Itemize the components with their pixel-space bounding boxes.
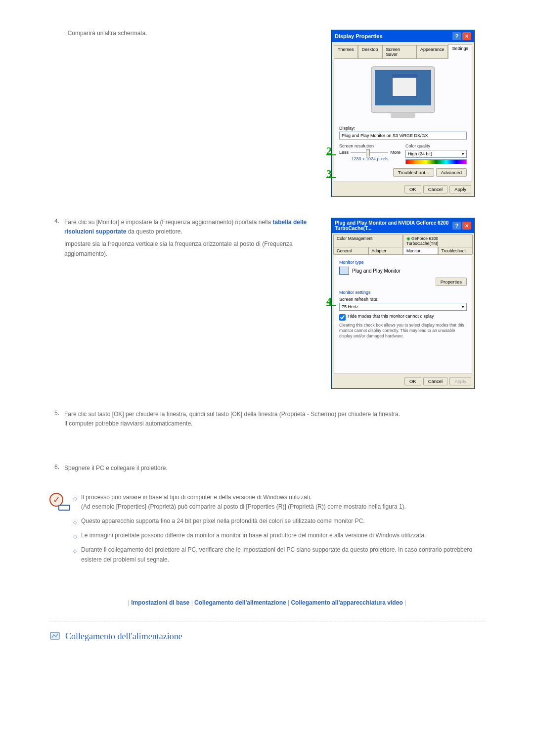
slider-more-label: More xyxy=(390,150,400,155)
hide-modes-checkbox[interactable] xyxy=(339,314,346,321)
color-quality-label: Color quality xyxy=(405,143,467,148)
note1-line2: (Ad esempio [Properties] (Proprietà) può… xyxy=(81,502,406,512)
hide-modes-description: Clearing this check box allows you to se… xyxy=(339,323,467,339)
apply-button[interactable]: Apply xyxy=(449,185,471,193)
close-icon[interactable]: × xyxy=(462,222,471,230)
tab-desktop[interactable]: Desktop xyxy=(358,45,382,58)
diamond-bullet-icon: ◇ xyxy=(73,533,77,537)
dialog-title-text: Display Properties xyxy=(335,33,383,39)
note2: Questo apparecchio supporta fino a 24 bi… xyxy=(81,517,365,526)
diamond-bullet-icon: ◇ xyxy=(73,495,77,499)
link-impostazioni-base[interactable]: Impostazioni di base xyxy=(131,599,189,606)
ok-button[interactable]: OK xyxy=(404,185,421,193)
monitor-settings-label: Monitor settings xyxy=(339,290,467,295)
callout-4: 4 xyxy=(326,295,332,308)
section-header: Collegamento dell'alimentazione xyxy=(49,631,485,642)
ok-button[interactable]: OK xyxy=(404,377,421,385)
tab-general[interactable]: General xyxy=(333,247,368,254)
dialog2-titlebar: Plug and Play Monitor and NVIDIA GeForce… xyxy=(332,218,474,233)
tab-adapter[interactable]: Adapter xyxy=(368,247,403,254)
resolution-value: 1280 x 1024 pixels xyxy=(339,156,400,161)
step4-text-2: Impostare sia la frequenza verticale sia… xyxy=(64,240,293,257)
advanced-button[interactable]: Advanced xyxy=(436,168,467,177)
note4: Durante il collegamento del proiettore a… xyxy=(81,545,485,564)
tab-settings[interactable]: Settings xyxy=(448,44,472,59)
step4-text-b: da questo proiettore. xyxy=(126,228,182,235)
chevron-down-icon: ▾ xyxy=(462,304,464,309)
troubleshoot-button[interactable]: Troubleshoot... xyxy=(393,168,434,177)
link-collegamento-alimentazione[interactable]: Collegamento dell'alimentazione xyxy=(194,599,286,606)
section-header-text: Collegamento dell'alimentazione xyxy=(65,631,182,642)
step5-line2: Il computer potrebbe riavviarsi automati… xyxy=(64,419,475,428)
monitor-preview xyxy=(368,66,438,121)
document-icon xyxy=(49,631,61,641)
dialog-titlebar: Display Properties ? × xyxy=(332,30,474,42)
help-icon[interactable]: ? xyxy=(452,222,461,230)
dialog2-title-text: Plug and Play Monitor and NVIDIA GeForce… xyxy=(335,220,452,231)
step4-text-a: Fare clic su [Monitor] e impostare la (F… xyxy=(64,219,273,226)
note3: Le immagini proiettate possono differire… xyxy=(81,531,426,540)
monitor-icon xyxy=(339,267,349,275)
apply-button[interactable]: Apply xyxy=(449,377,471,385)
color-quality-select[interactable]: High (24 bit) ▾ xyxy=(405,150,467,158)
diamond-bullet-icon: ◇ xyxy=(73,519,77,522)
monitor-name: Plug and Play Monitor xyxy=(352,268,400,274)
callout-3: 3 xyxy=(326,167,332,180)
tab-geforce-label: GeForce 6200 TurboCache(TM) xyxy=(406,236,438,246)
tab-geforce[interactable]: ◉GeForce 6200 TurboCache(TM) xyxy=(403,235,473,247)
step3-continuation: . Comparirà un'altra schermata. xyxy=(64,30,321,37)
diamond-bullet-icon: ◇ xyxy=(73,547,77,551)
cancel-button[interactable]: Cancel xyxy=(423,185,448,193)
tab-appearance[interactable]: Appearance xyxy=(416,45,448,58)
step5-number: 5. xyxy=(49,410,64,417)
cancel-button[interactable]: Cancel xyxy=(423,377,448,385)
bottom-nav-links: | Impostazioni di base | Collegamento de… xyxy=(49,599,485,606)
resolution-slider[interactable] xyxy=(351,152,388,153)
close-icon[interactable]: × xyxy=(462,32,471,40)
separator xyxy=(49,621,485,621)
screen-refresh-label: Screen refresh rate: xyxy=(339,297,467,302)
tab-monitor[interactable]: Monitor xyxy=(403,247,438,254)
refresh-rate-value: 75 Hertz xyxy=(342,304,358,309)
tab-themes[interactable]: Themes xyxy=(334,45,358,58)
step6-number: 6. xyxy=(49,464,64,471)
display-label: Display: xyxy=(339,126,467,131)
display-name-select[interactable]: Plug and Play Monitor on S3 ViRGE DX/GX xyxy=(339,132,467,140)
callout-2: 2 xyxy=(326,144,332,157)
color-bar xyxy=(405,159,467,164)
chevron-down-icon: ▾ xyxy=(462,151,464,156)
hide-modes-label: Hide modes that this monitor cannot disp… xyxy=(348,314,434,319)
display-properties-dialog: Display Properties ? × Themes Desktop Sc… xyxy=(331,30,475,197)
dialog-tabs: Themes Desktop Screen Saver Appearance S… xyxy=(332,42,474,58)
tab-troubleshoot[interactable]: Troubleshoot xyxy=(438,247,473,254)
screen-resolution-label: Screen resolution xyxy=(339,143,400,148)
help-icon[interactable]: ? xyxy=(452,32,461,40)
step4-number: 4. xyxy=(49,218,64,225)
monitor-type-label: Monitor type xyxy=(339,260,467,265)
tab-color-management[interactable]: Color Management xyxy=(333,235,403,247)
color-quality-value: High (24 bit) xyxy=(408,151,432,156)
monitor-properties-dialog: Plug and Play Monitor and NVIDIA GeForce… xyxy=(331,218,475,389)
refresh-rate-select[interactable]: 75 Hertz ▾ xyxy=(339,303,467,311)
tab-screensaver[interactable]: Screen Saver xyxy=(382,45,416,58)
link-collegamento-video[interactable]: Collegamento all'apparecchiatura video xyxy=(291,599,402,606)
step6-text: Spegnere il PC e collegare il proiettore… xyxy=(64,464,485,473)
slider-less-label: Less xyxy=(339,150,349,155)
note-icon: ✓ xyxy=(49,493,67,511)
monitor-properties-button[interactable]: Properties xyxy=(436,278,467,286)
note1-line1: Il processo può variare in base al tipo … xyxy=(81,493,406,502)
nvidia-logo-icon: ◉ xyxy=(406,236,410,241)
step5-line1: Fare clic sul tasto [OK] per chiudere la… xyxy=(64,410,475,419)
